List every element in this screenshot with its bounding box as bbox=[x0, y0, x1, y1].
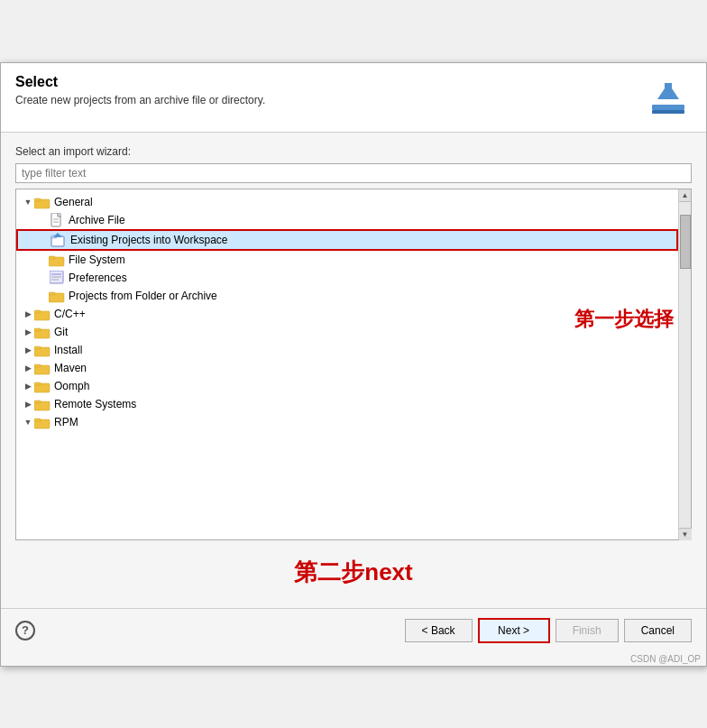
expand-arrow-git: ▶ bbox=[23, 327, 32, 336]
tree-item-label-rpm: RPM bbox=[54, 416, 78, 429]
wizard-icon-svg bbox=[648, 78, 688, 117]
tree-item-label-existing: Existing Projects into Workspace bbox=[70, 234, 228, 246]
tree-item-existing-projects[interactable]: ▶ Existing Projects into Workspace bbox=[16, 229, 678, 251]
scrollbar-thumb[interactable] bbox=[680, 215, 691, 269]
expand-arrow-general: ▼ bbox=[23, 198, 32, 207]
tree-item-general[interactable]: ▼ General bbox=[16, 193, 678, 211]
svg-rect-31 bbox=[34, 401, 41, 403]
tree-item-preferences[interactable]: ▶ Preferences bbox=[16, 269, 678, 287]
tree-item-label-filesys: File System bbox=[69, 253, 125, 266]
svg-rect-3 bbox=[652, 110, 684, 114]
expand-arrow-install: ▶ bbox=[23, 346, 32, 355]
folder-icon-cpp bbox=[34, 307, 50, 321]
attribution: CSDN @ADI_OP bbox=[1, 652, 706, 666]
tree-item-projects-folder[interactable]: ▶ Projects from Folder or Archive bbox=[16, 287, 678, 305]
svg-rect-13 bbox=[49, 256, 55, 259]
expand-arrow-cpp: ▶ bbox=[23, 309, 32, 318]
folder-icon-projfolder bbox=[49, 289, 65, 303]
header-text: Select Create new projects from an archi… bbox=[15, 74, 265, 106]
tree-item-label-prefs: Preferences bbox=[69, 272, 127, 284]
folder-open-icon-general bbox=[34, 195, 50, 209]
expand-arrow-rpm: ▼ bbox=[23, 418, 32, 427]
svg-rect-23 bbox=[34, 328, 41, 331]
folder-icon-remote bbox=[34, 397, 50, 411]
svg-rect-0 bbox=[652, 105, 684, 110]
dialog-title: Select bbox=[15, 74, 265, 90]
folder-icon-rpm bbox=[34, 415, 50, 429]
tree-item-archive-file[interactable]: ▶ Archive File bbox=[16, 211, 678, 229]
folder-icon-install bbox=[34, 343, 50, 357]
tree-item-file-system[interactable]: ▶ File System bbox=[16, 251, 678, 269]
tree-item-cpp[interactable]: ▶ C/C++ bbox=[16, 305, 678, 323]
svg-rect-33 bbox=[34, 419, 41, 421]
folder-icon-git bbox=[34, 325, 50, 339]
tree-item-maven[interactable]: ▶ Maven bbox=[16, 359, 678, 377]
tree-item-label-general: General bbox=[54, 196, 93, 208]
help-button[interactable]: ? bbox=[15, 621, 35, 640]
folder-icon-oomph bbox=[34, 379, 50, 393]
wizard-label: Select an import wizard: bbox=[15, 145, 692, 158]
dialog-subtitle: Create new projects from an archive file… bbox=[15, 94, 265, 106]
svg-rect-21 bbox=[34, 310, 41, 313]
folder-icon-filesys bbox=[49, 253, 65, 267]
tree-item-rpm[interactable]: ▼ RPM bbox=[16, 413, 678, 431]
next-button[interactable]: Next > bbox=[478, 618, 550, 643]
tree-container: ▼ General ▶ Archive File bbox=[15, 189, 692, 540]
dialog-body: Select an import wizard: ▼ General ▶ bbox=[1, 133, 706, 608]
svg-rect-27 bbox=[34, 364, 41, 367]
tree-item-install[interactable]: ▶ Install bbox=[16, 341, 678, 359]
svg-rect-29 bbox=[34, 382, 41, 385]
tree-item-remote-systems[interactable]: ▶ Remote Systems bbox=[16, 395, 678, 413]
tree-item-label-oomph: Oomph bbox=[54, 380, 89, 392]
tree-item-label-archive: Archive File bbox=[69, 214, 125, 226]
footer-buttons: < Back Next > Finish Cancel bbox=[405, 618, 692, 643]
svg-rect-25 bbox=[34, 346, 41, 349]
tree-item-label-install: Install bbox=[54, 344, 82, 356]
tree-item-label-maven: Maven bbox=[54, 362, 87, 374]
annotation-step2: 第二步next bbox=[15, 540, 692, 595]
scrollbar[interactable]: ▲ ▼ bbox=[678, 189, 691, 539]
expand-arrow-oomph: ▶ bbox=[23, 382, 32, 391]
tree-item-label-cpp: C/C++ bbox=[54, 308, 86, 320]
dialog-footer: ? < Back Next > Finish Cancel bbox=[1, 608, 706, 652]
tree-item-label-git: Git bbox=[54, 326, 68, 338]
svg-rect-5 bbox=[34, 198, 41, 201]
scroll-down-btn[interactable]: ▼ bbox=[679, 528, 692, 540]
tree-wrapper: ▼ General ▶ Archive File bbox=[15, 189, 692, 540]
dialog-header: Select Create new projects from an archi… bbox=[1, 63, 706, 133]
finish-button[interactable]: Finish bbox=[556, 619, 619, 642]
tree-item-label-projfolder: Projects from Folder or Archive bbox=[69, 290, 217, 302]
folder-icon-maven bbox=[34, 361, 50, 375]
filter-input[interactable] bbox=[15, 163, 692, 183]
prefs-icon bbox=[49, 271, 65, 285]
scroll-up-btn[interactable]: ▲ bbox=[679, 189, 692, 202]
dialog-window: Select Create new projects from an archi… bbox=[0, 62, 707, 667]
expand-arrow-remote: ▶ bbox=[23, 400, 32, 409]
import-icon-existing bbox=[50, 233, 67, 247]
tree-item-git[interactable]: ▶ Git bbox=[16, 323, 678, 341]
svg-rect-2 bbox=[665, 83, 672, 99]
expand-arrow-maven: ▶ bbox=[23, 364, 32, 373]
cancel-button[interactable]: Cancel bbox=[624, 619, 692, 642]
svg-rect-19 bbox=[49, 292, 55, 295]
back-button[interactable]: < Back bbox=[405, 619, 473, 642]
tree-item-label-remote: Remote Systems bbox=[54, 398, 136, 410]
tree-list: ▼ General ▶ Archive File bbox=[16, 189, 678, 539]
import-wizard-icon bbox=[645, 74, 692, 121]
footer-left: ? bbox=[15, 621, 35, 640]
svg-marker-11 bbox=[53, 233, 62, 237]
tree-item-oomph[interactable]: ▶ Oomph bbox=[16, 377, 678, 395]
file-icon-archive bbox=[49, 213, 65, 227]
